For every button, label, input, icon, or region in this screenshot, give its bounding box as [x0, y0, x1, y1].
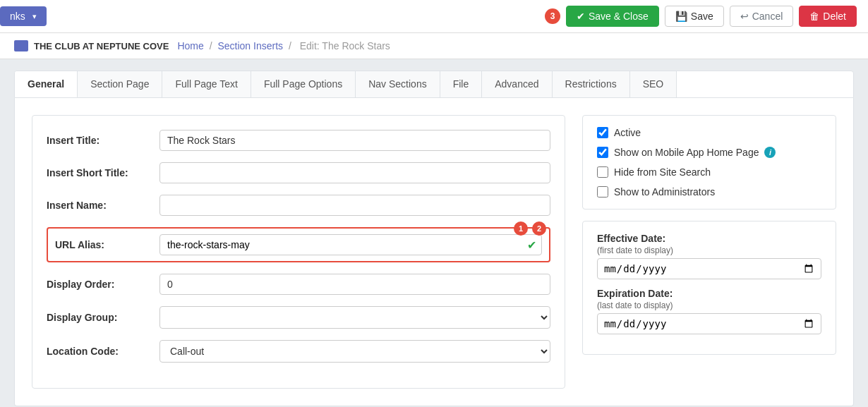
expiration-date-label: Expiration Date: — [597, 288, 821, 299]
links-button[interactable]: nks ▾ — [0, 6, 47, 26]
tab-section-page[interactable]: Section Page — [78, 71, 162, 97]
save-close-button[interactable]: ✔ Save & Close — [566, 6, 659, 27]
display-group-label: Display Group: — [47, 312, 159, 323]
show-admin-checkbox[interactable] — [597, 186, 608, 198]
breadcrumb-current: Edit: The Rock Stars — [300, 40, 390, 51]
url-alias-label: URL Alias: — [55, 239, 159, 250]
tab-nav-sections[interactable]: Nav Sections — [356, 71, 440, 97]
delete-label: Delet — [823, 11, 846, 22]
expiration-date-input[interactable] — [597, 313, 821, 334]
mobile-row: Show on Mobile App Home Page i — [597, 147, 821, 158]
save-button[interactable]: 💾 Save — [665, 6, 724, 27]
content-panel: Insert Title: Insert Short Title: Insert… — [14, 98, 854, 406]
tab-advanced[interactable]: Advanced — [482, 71, 552, 97]
save-close-label: Save & Close — [589, 11, 649, 22]
mobile-checkbox[interactable] — [597, 147, 608, 158]
site-icon — [14, 40, 28, 51]
site-name: THE CLUB AT NEPTUNE COVE — [34, 41, 169, 51]
insert-short-title-label: Insert Short Title: — [47, 167, 159, 178]
expiration-date-row: Expiration Date: (last date to display) — [597, 288, 821, 334]
url-alias-input[interactable] — [159, 234, 542, 255]
active-checkbox[interactable] — [597, 127, 608, 138]
display-order-label: Display Order: — [47, 279, 159, 290]
effective-date-label: Effective Date: — [597, 233, 821, 244]
location-code-label: Location Code: — [47, 346, 159, 357]
form-left: Insert Title: Insert Short Title: Insert… — [32, 115, 565, 389]
delete-icon: 🗑 — [809, 11, 819, 22]
checkboxes-box: Active Show on Mobile App Home Page i Hi… — [582, 115, 836, 209]
breadcrumb: Home / Section Inserts / Edit: The Rock … — [177, 40, 392, 51]
cancel-label: Cancel — [752, 11, 783, 22]
expiration-date-sub: (last date to display) — [597, 300, 821, 310]
top-bar: nks ▾ 3 ✔ Save & Close 💾 Save ↩ Cancel 🗑… — [0, 0, 868, 33]
insert-short-title-input[interactable] — [159, 162, 550, 183]
tab-restrictions[interactable]: Restrictions — [553, 71, 630, 97]
breadcrumb-section-inserts[interactable]: Section Inserts — [217, 40, 283, 51]
location-code-select[interactable]: Call-out — [159, 340, 550, 363]
insert-short-title-row: Insert Short Title: — [47, 162, 550, 183]
effective-date-input[interactable] — [597, 258, 821, 279]
url-alias-row: URL Alias: ✔ 1 2 — [47, 227, 550, 262]
breadcrumb-bar: THE CLUB AT NEPTUNE COVE Home / Section … — [0, 33, 868, 59]
tabs: General Section Page Full Page Text Full… — [14, 71, 854, 98]
breadcrumb-home[interactable]: Home — [177, 40, 203, 51]
show-admin-row: Show to Administrators — [597, 186, 821, 198]
insert-title-row: Insert Title: — [47, 130, 550, 151]
tab-file[interactable]: File — [440, 71, 483, 97]
cancel-icon: ↩ — [740, 11, 749, 22]
breadcrumb-sep-2: / — [289, 40, 291, 51]
mobile-label: Show on Mobile App Home Page — [614, 147, 759, 158]
cancel-button[interactable]: ↩ Cancel — [730, 6, 794, 27]
badge-1: 1 — [514, 221, 528, 236]
check-icon: ✔ — [577, 11, 585, 22]
insert-name-label: Insert Name: — [47, 200, 159, 211]
display-order-input[interactable] — [159, 274, 550, 295]
insert-title-label: Insert Title: — [47, 135, 159, 146]
location-code-row: Location Code: Call-out — [47, 340, 550, 363]
insert-title-input[interactable] — [159, 130, 550, 151]
show-admin-label: Show to Administrators — [614, 186, 715, 198]
hide-search-label: Hide from Site Search — [614, 166, 711, 178]
chevron-down-icon: ▾ — [32, 12, 37, 21]
insert-name-input[interactable] — [159, 195, 550, 216]
hide-search-checkbox[interactable] — [597, 166, 608, 178]
save-icon: 💾 — [675, 11, 687, 22]
active-row: Active — [597, 127, 821, 138]
save-label: Save — [691, 11, 713, 22]
main-content: General Section Page Full Page Text Full… — [0, 59, 868, 407]
tab-full-page-text[interactable]: Full Page Text — [162, 71, 251, 97]
top-bar-left: nks ▾ — [0, 6, 47, 26]
badge-2: 2 — [532, 221, 546, 236]
valid-icon: ✔ — [527, 238, 536, 252]
display-group-select[interactable] — [159, 306, 550, 329]
insert-name-row: Insert Name: — [47, 195, 550, 216]
hide-search-row: Hide from Site Search — [597, 166, 821, 178]
active-label: Active — [614, 127, 641, 138]
site-label: THE CLUB AT NEPTUNE COVE — [14, 40, 169, 51]
tab-general[interactable]: General — [15, 71, 78, 98]
form-right: Active Show on Mobile App Home Page i Hi… — [582, 115, 836, 389]
dates-box: Effective Date: (first date to display) … — [582, 221, 836, 355]
notification-badge: 3 — [545, 8, 560, 24]
links-label: nks — [10, 11, 25, 22]
delete-button[interactable]: 🗑 Delet — [799, 6, 857, 27]
tab-seo[interactable]: SEO — [630, 71, 677, 97]
effective-date-row: Effective Date: (first date to display) — [597, 233, 821, 279]
display-order-row: Display Order: — [47, 274, 550, 295]
info-icon[interactable]: i — [764, 147, 776, 158]
display-group-row: Display Group: — [47, 306, 550, 329]
breadcrumb-sep-1: / — [210, 40, 212, 51]
url-alias-input-wrap: ✔ — [159, 234, 542, 255]
tab-full-page-options[interactable]: Full Page Options — [251, 71, 356, 97]
effective-date-sub: (first date to display) — [597, 245, 821, 255]
